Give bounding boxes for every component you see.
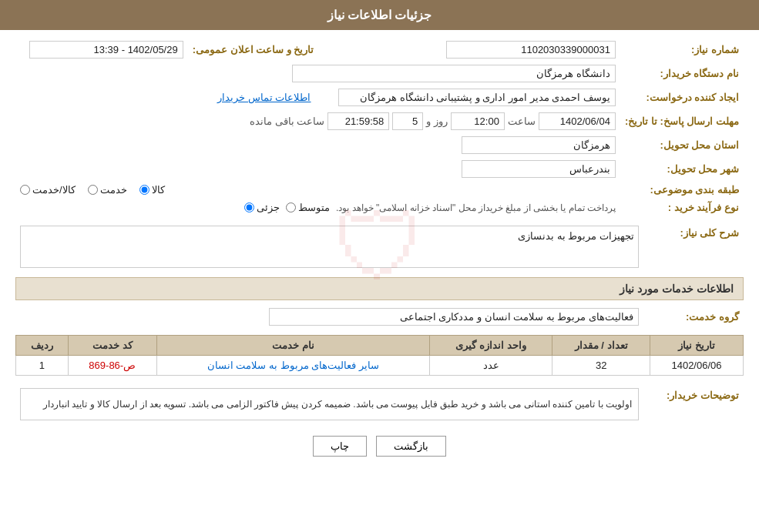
sharh-label: شرح کلی نیاز: <box>643 223 744 271</box>
ijad-konande-label: ایجاد کننده درخواست: <box>620 85 744 109</box>
page-title: جزئیات اطلاعات نیاز <box>327 8 432 22</box>
shahr-value: بندرعباس <box>15 157 620 181</box>
radio-kala-item[interactable]: کالا <box>139 184 165 196</box>
shahr-box: بندرعباس <box>462 160 616 178</box>
col-nam-khadamat: نام خدمت <box>156 336 429 356</box>
radio-khadamat-label: خدمت <box>100 184 127 196</box>
btn-bazgasht[interactable]: بازگشت <box>376 436 446 457</box>
shomara-niaz-label: شماره نیاز: <box>620 38 744 62</box>
nam-dastgah-value: دانشگاه هرمزگان <box>15 62 620 85</box>
goroh-khadamat-box: فعالیت‌های مربوط به سلامت انسان و مددکار… <box>269 308 639 326</box>
tozihat-table: توضیحات خریدار: اولویت با تامین کننده اس… <box>15 385 744 423</box>
goroh-khadamat-value: فعالیت‌های مربوط به سلامت انسان و مددکار… <box>15 305 643 329</box>
goroh-khadamat-label: گروه خدمت: <box>643 305 744 329</box>
col-tarikh-niaz: تاریخ نیاز <box>650 336 743 356</box>
radio-khadamat-item[interactable]: خدمت <box>88 184 127 196</box>
tabaghebandi-radio: کالا/خدمت خدمت کالا <box>15 181 620 199</box>
cell-nam-khadamat: سایر فعالیت‌های مربوط به سلامت انسان <box>156 356 429 376</box>
mohlat-saat-label: ساعت <box>508 115 536 127</box>
table-row: 1402/06/06 32 عدد سایر فعالیت‌های مربوط … <box>16 356 744 376</box>
nam-dastgah-label: نام دستگاه خریدار: <box>620 62 744 85</box>
cell-tedad-megdar: 32 <box>552 356 650 376</box>
col-code-khadamat: کد خدمت <box>68 336 156 356</box>
mohlat-saat-box: 12:00 <box>451 112 505 130</box>
ijad-konande-box: یوسف احمدی مدیر امور اداری و پشتیبانی دا… <box>338 89 616 106</box>
content-area: 🛡 شماره نیاز: 1102030339000031 تاریخ و س… <box>0 30 759 464</box>
col-tedad-megdar: تعداد / مقدار <box>552 336 650 356</box>
mohlat-baqi-label: ساعت باقی مانده <box>250 115 324 127</box>
col-radif: ردیف <box>16 336 69 356</box>
col-vahid-andaze: واحد اندازه گیری <box>429 336 552 356</box>
radio-jozi[interactable] <box>244 202 254 212</box>
mohlat-rooz-label: روز و <box>426 115 448 127</box>
tozihat-label: توضیحات خریدار: <box>643 385 744 423</box>
cell-vahid-andaze: عدد <box>429 356 552 376</box>
tarikh-label: تاریخ و ساعت اعلان عمومی: <box>188 38 319 62</box>
mohlat-row: 1402/06/04 ساعت 12:00 روز و 5 21:59:58 س… <box>15 109 620 133</box>
goroh-khadamat-table: گروه خدمت: فعالیت‌های مربوط به سلامت انس… <box>15 305 744 329</box>
sharh-textarea: تجهیزات مربوط به بدنسازی <box>20 226 639 268</box>
ostan-box: هرمزگان <box>462 136 616 154</box>
page-wrapper: جزئیات اطلاعات نیاز 🛡 شماره نیاز: 110203… <box>0 0 759 532</box>
sharh-value-cell: تجهیزات مربوط به بدنسازی <box>15 223 643 271</box>
page-header: جزئیات اطلاعات نیاز <box>0 0 759 30</box>
radio-jozi-item[interactable]: جزئی <box>244 202 280 213</box>
cell-tarikh-niaz: 1402/06/06 <box>650 356 743 376</box>
tabaghebandi-label: طبقه بندی موضوعی: <box>620 181 744 199</box>
mohlat-rooz-box: 5 <box>392 112 423 130</box>
nawc-description: پرداخت تمام یا بخشی از مبلغ خریداز محل "… <box>336 202 616 213</box>
tozihat-box: اولویت با تامین کننده استانی می باشد و خ… <box>20 388 639 420</box>
cell-code-khadamat: ص-86-869 <box>68 356 156 376</box>
nawc-farayand-label: نوع فرآیند خرید : <box>620 199 744 216</box>
info-table: شماره نیاز: 1102030339000031 تاریخ و ساع… <box>15 38 744 216</box>
nawc-farayand-row: پرداخت تمام یا بخشی از مبلغ خریداز محل "… <box>15 199 620 216</box>
radio-kala[interactable] <box>139 185 149 195</box>
radio-khadamat[interactable] <box>88 185 98 195</box>
mohlat-label: مهلت ارسال پاسخ: تا تاریخ: <box>620 109 744 133</box>
radio-motovaset[interactable] <box>286 202 296 212</box>
radio-jozi-label: جزئی <box>257 202 280 213</box>
services-data-table: تاریخ نیاز تعداد / مقدار واحد اندازه گیر… <box>15 335 744 376</box>
nam-dastgah-box: دانشگاه هرمزگان <box>292 65 616 82</box>
cell-radif: 1 <box>16 356 69 376</box>
radio-kala-khadamat-item[interactable]: کالا/خدمت <box>20 184 76 196</box>
tarikh-value: 1402/05/29 - 13:39 <box>15 38 188 62</box>
tarikh-box: 1402/05/29 - 13:39 <box>29 41 183 59</box>
radio-kala-khadamat[interactable] <box>20 185 30 195</box>
radio-kala-label: کالا <box>152 184 165 196</box>
tozihat-value-cell: اولویت با تامین کننده استانی می باشد و خ… <box>15 385 643 423</box>
ostan-label: استان محل تحویل: <box>620 133 744 157</box>
radio-motovaset-item[interactable]: متوسط <box>286 202 330 213</box>
radio-kala-khadamat-label: کالا/خدمت <box>32 184 76 196</box>
ostan-value: هرمزگان <box>15 133 620 157</box>
btn-chap[interactable]: چاپ <box>313 436 367 457</box>
shomara-niaz-box: 1102030339000031 <box>446 41 616 59</box>
etelaaat-tamas-link[interactable]: اطلاعات تماس خریدار <box>217 92 311 103</box>
button-row: بازگشت چاپ <box>15 436 744 457</box>
radio-motovaset-label: متوسط <box>298 202 330 213</box>
mohlat-date-box: 1402/06/04 <box>539 112 616 130</box>
sharh-table: شرح کلی نیاز: تجهیزات مربوط به بدنسازی <box>15 223 744 271</box>
mohlat-baqi-box: 21:59:58 <box>327 112 389 130</box>
ijad-konande-value: یوسف احمدی مدیر امور اداری و پشتیبانی دا… <box>318 85 620 109</box>
service-section-header: اطلاعات خدمات مورد نیاز <box>15 277 744 300</box>
shahr-label: شهر محل تحویل: <box>620 157 744 181</box>
shomara-niaz-value: 1102030339000031 <box>334 38 620 62</box>
